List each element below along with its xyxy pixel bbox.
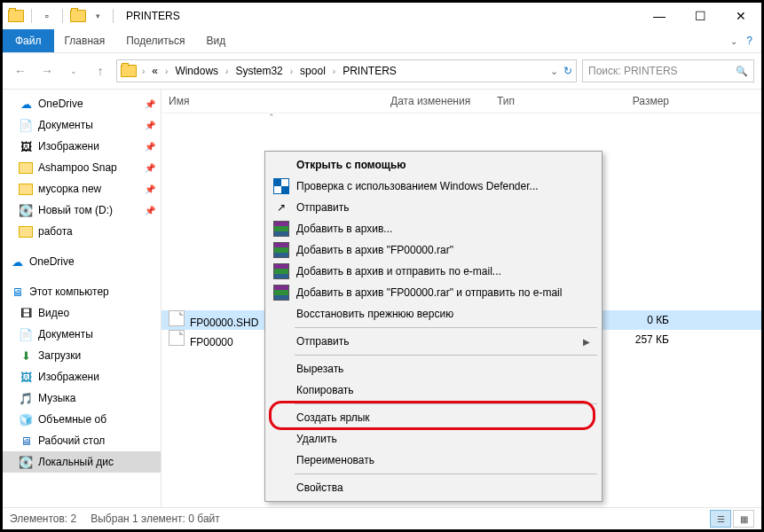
tree-item[interactable]: ☁OneDrive📌 [3, 93, 161, 114]
tree-item[interactable]: мусорка new📌 [3, 178, 161, 200]
ctx-copy[interactable]: Копировать [268, 379, 599, 401]
properties-qat-button[interactable]: ▫ [39, 8, 55, 24]
tree-item[interactable]: 🧊Объемные об [3, 409, 161, 430]
tree-item[interactable]: 🎞Видео [3, 302, 161, 324]
rar-icon [273, 221, 289, 237]
context-menu: Открыть с помощью Проверка с использован… [264, 151, 603, 502]
tree-label: Локальный дис [38, 456, 114, 468]
minimize-button[interactable]: — [639, 3, 680, 29]
tree-item[interactable]: 🎵Музыка [3, 387, 161, 409]
close-button[interactable]: ✕ [721, 3, 761, 29]
tab-home[interactable]: Главная [54, 29, 116, 52]
tree-label: Этот компьютер [29, 286, 109, 298]
tree-item[interactable]: Ashampoo Snap📌 [3, 157, 161, 178]
folder-icon [19, 160, 33, 175]
address-dropdown[interactable]: ⌄ [550, 66, 558, 77]
tree-label: Новый том (D:) [38, 204, 113, 216]
ctx-create-shortcut[interactable]: Создать ярлык [268, 407, 599, 428]
tree-item[interactable]: 🖼Изображени [3, 366, 161, 387]
column-size[interactable]: Размер [596, 95, 676, 107]
tree-item[interactable]: ⬇Загрузки [3, 345, 161, 366]
recent-dropdown[interactable]: ⌄ [63, 60, 84, 82]
separator [295, 355, 597, 356]
ctx-add-to-rar[interactable]: Добавить в архив "FP00000.rar" [268, 239, 599, 261]
pin-icon: 📌 [145, 142, 155, 152]
tree-label: Ashampoo Snap [38, 161, 117, 174]
cloud-icon: ☁ [10, 254, 24, 269]
tree-item-icon: 📄 [19, 327, 33, 341]
navigation-pane[interactable]: ☁OneDrive📌📄Документы📌🖼Изображени📌Ashampo… [3, 90, 161, 507]
tree-this-pc[interactable]: 🖥 Этот компьютер [3, 281, 161, 302]
back-button[interactable]: ← [10, 60, 31, 82]
ctx-delete[interactable]: Удалить [268, 428, 599, 450]
tree-item[interactable]: 📄Документы [3, 324, 161, 345]
pin-icon: 📌 [145, 99, 155, 109]
tab-share[interactable]: Поделиться [115, 29, 195, 52]
column-type[interactable]: Тип [490, 95, 596, 107]
file-name: FP00000.SHD [190, 317, 258, 329]
ctx-open-with[interactable]: Открыть с помощью [268, 154, 599, 176]
tree-item[interactable]: 🖥Рабочий стол [3, 430, 161, 451]
file-tab[interactable]: Файл [3, 29, 54, 52]
ctx-share[interactable]: ↗ Отправить [268, 197, 599, 218]
crumb-ellipsis[interactable]: « [148, 65, 161, 77]
ctx-defender-scan[interactable]: Проверка с использованием Windows Defend… [268, 176, 599, 197]
chevron-right-icon: › [142, 66, 145, 76]
chevron-right-icon: › [225, 66, 228, 76]
maximize-button[interactable]: ☐ [680, 3, 721, 29]
tree-item[interactable]: работа [3, 221, 161, 242]
ctx-archive-email[interactable]: Добавить в архив и отправить по e-mail..… [268, 261, 599, 282]
file-size: 0 КБ [596, 314, 676, 326]
icons-view-button[interactable]: ▦ [733, 510, 754, 528]
column-date[interactable]: Дата изменения [383, 95, 490, 107]
breadcrumb[interactable]: Windows [171, 65, 222, 77]
ctx-rar-email[interactable]: Добавить в архив "FP00000.rar" и отправи… [268, 282, 599, 303]
breadcrumb-box[interactable]: › « › Windows › System32 › spool › PRINT… [116, 59, 577, 82]
status-element-count: Элементов: 2 [10, 512, 76, 525]
ctx-cut[interactable]: Вырезать [268, 358, 599, 379]
column-name[interactable]: Имя [161, 95, 383, 107]
file-icon [169, 310, 185, 326]
tree-item[interactable]: 📄Документы📌 [3, 114, 161, 136]
ctx-add-to-archive[interactable]: Добавить в архив... [268, 218, 599, 239]
help-icon[interactable]: ? [746, 35, 752, 47]
tree-item-icon: ⬇ [19, 348, 33, 363]
tree-label: OneDrive [29, 255, 75, 268]
address-tools: ⌄ ↻ [550, 65, 572, 77]
pin-icon: 📌 [145, 206, 155, 215]
chevron-right-icon: › [290, 66, 293, 76]
chevron-down-icon[interactable]: ⌄ [730, 36, 737, 46]
search-input[interactable]: Поиск: PRINTERS 🔍 [582, 59, 754, 82]
tab-view[interactable]: Вид [195, 29, 236, 52]
search-icon: 🔍 [736, 66, 748, 77]
title-bar: ▫ ▾ PRINTERS — ☐ ✕ [3, 3, 761, 29]
chevron-right-icon: ▶ [583, 337, 590, 347]
tree-item[interactable]: 💽Новый том (D:)📌 [3, 200, 161, 221]
tree-item-icon: 💽 [19, 203, 33, 217]
qat-dropdown[interactable]: ▾ [90, 8, 106, 24]
tree-label: Объемные об [38, 413, 106, 426]
tree-item-icon: 🖥 [19, 434, 33, 448]
breadcrumb[interactable]: spool [296, 65, 329, 77]
tree-onedrive[interactable]: ☁ OneDrive [3, 251, 161, 272]
status-bar: Элементов: 2 Выбран 1 элемент: 0 байт ☰ … [3, 507, 761, 529]
refresh-button[interactable]: ↻ [563, 65, 572, 77]
file-name: FP00000 [190, 336, 233, 348]
rar-icon [273, 263, 289, 279]
ctx-properties[interactable]: Свойства [268, 477, 599, 498]
tree-item[interactable]: 🖼Изображени📌 [3, 136, 161, 157]
breadcrumb[interactable]: System32 [232, 65, 286, 77]
breadcrumb[interactable]: PRINTERS [339, 65, 400, 77]
tree-label: мусорка new [38, 183, 101, 195]
ctx-send-to[interactable]: Отправить ▶ [268, 331, 599, 352]
ctx-restore-previous[interactable]: Восстановить прежнюю версию [268, 303, 599, 325]
pin-icon: 📌 [145, 163, 155, 173]
tree-item[interactable]: 💽Локальный дис [3, 451, 161, 473]
forward-button[interactable]: → [36, 60, 58, 82]
ctx-rename[interactable]: Переименовать [268, 450, 599, 471]
up-button[interactable]: ↑ [90, 60, 111, 82]
share-icon: ↗ [273, 200, 289, 215]
window-controls: — ☐ ✕ [639, 3, 761, 29]
details-view-button[interactable]: ☰ [710, 510, 731, 528]
folder-icon [8, 10, 24, 22]
